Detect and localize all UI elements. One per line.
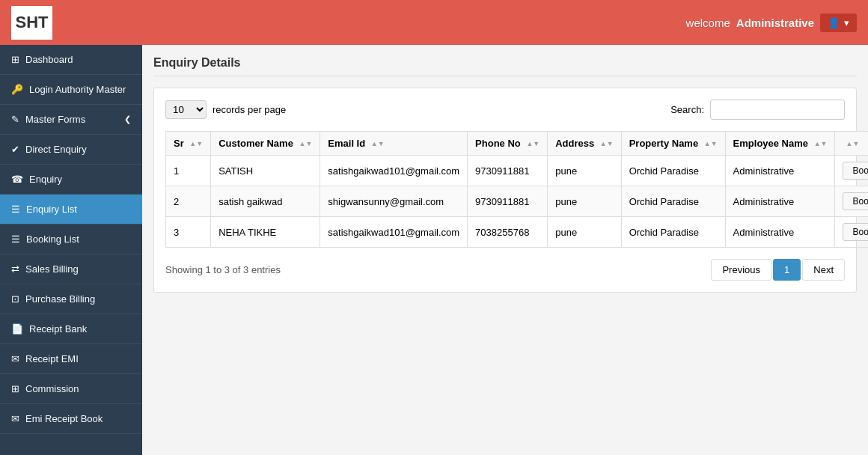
dropdown-arrow-icon: ▾ bbox=[844, 17, 849, 28]
pagination-bar: Showing 1 to 3 of 3 entries Previous 1 N… bbox=[165, 259, 845, 281]
col-customer-name[interactable]: Customer Name ▲▼ bbox=[211, 132, 320, 156]
per-page-label: records per page bbox=[213, 104, 286, 115]
sidebar-item-sales-billing[interactable]: ⇄ Sales Billing bbox=[0, 254, 142, 284]
receipt-emi-icon: ✉ bbox=[11, 353, 19, 364]
book-button[interactable]: Book bbox=[843, 192, 868, 210]
sidebar-item-label: Master Forms bbox=[25, 114, 85, 125]
table-row: 2 satish gaikwad shigwansunny@gmail.com … bbox=[166, 186, 869, 217]
sidebar-item-label: Emi Receipt Book bbox=[25, 413, 103, 424]
sidebar-item-commission[interactable]: ⊞ Commission bbox=[0, 374, 142, 404]
sidebar-item-label: Enquiry List bbox=[26, 204, 77, 215]
sidebar-item-booking-list[interactable]: ☰ Booking List bbox=[0, 225, 142, 254]
cell-property: Orchid Paradise bbox=[621, 186, 725, 217]
direct-enquiry-icon: ✔ bbox=[11, 144, 19, 155]
cell-phone: 9730911881 bbox=[468, 156, 548, 186]
logo: SHT bbox=[11, 6, 52, 40]
sidebar-item-receipt-emi[interactable]: ✉ Receipt EMI bbox=[0, 344, 142, 374]
search-bar: Search: bbox=[670, 100, 845, 120]
sidebar-item-label: Sales Billing bbox=[25, 263, 79, 275]
sidebar-item-label: Login Authority Master bbox=[29, 84, 126, 95]
content-card: 10 25 50 100 records per page Search: Sr bbox=[153, 88, 857, 293]
sidebar-item-dashboard[interactable]: ⊞ Dashboard bbox=[0, 45, 142, 75]
book-button[interactable]: Book bbox=[843, 223, 868, 241]
cell-sr: 2 bbox=[166, 186, 211, 217]
col-action: ▲▼ bbox=[835, 132, 868, 156]
search-label: Search: bbox=[670, 104, 704, 115]
search-input[interactable] bbox=[710, 100, 845, 120]
purchase-billing-icon: ⊡ bbox=[11, 293, 19, 305]
sidebar-item-label: Dashboard bbox=[25, 54, 73, 65]
sidebar-item-receipt-bank[interactable]: 📄 Receipt Bank bbox=[0, 314, 142, 344]
cell-action: Book bbox=[835, 217, 868, 248]
per-page-select[interactable]: 10 25 50 100 bbox=[165, 100, 207, 119]
cell-property: Orchid Paradise bbox=[621, 156, 725, 186]
cell-action: Book bbox=[835, 186, 868, 217]
book-button[interactable]: Book bbox=[843, 162, 868, 180]
sidebar-item-emi-receipt-book[interactable]: ✉ Emi Receipt Book bbox=[0, 404, 142, 434]
col-email-id[interactable]: Email Id ▲▼ bbox=[320, 132, 468, 156]
previous-button[interactable]: Previous bbox=[711, 259, 771, 281]
sales-billing-icon: ⇄ bbox=[11, 263, 19, 275]
sidebar-item-login-authority[interactable]: 🔑 Login Authority Master bbox=[0, 75, 142, 105]
sidebar-item-direct-enquiry[interactable]: ✔ Direct Enquiry bbox=[0, 135, 142, 165]
cell-customer-name: SATISH bbox=[211, 156, 320, 186]
receipt-bank-icon: 📄 bbox=[11, 323, 23, 335]
cell-sr: 3 bbox=[166, 217, 211, 248]
layout: ⊞ Dashboard 🔑 Login Authority Master ✎ M… bbox=[0, 45, 868, 455]
col-employee-name[interactable]: Employee Name ▲▼ bbox=[725, 132, 835, 156]
user-icon: 👤 bbox=[828, 17, 840, 28]
commission-icon: ⊞ bbox=[11, 383, 19, 394]
booking-list-icon: ☰ bbox=[11, 233, 20, 245]
next-button[interactable]: Next bbox=[802, 259, 845, 281]
sidebar-item-enquiry-list[interactable]: ☰ Enquiry List bbox=[0, 195, 142, 225]
login-icon: 🔑 bbox=[11, 84, 23, 95]
cell-address: pune bbox=[548, 156, 621, 186]
per-page-control: 10 25 50 100 records per page bbox=[165, 100, 286, 119]
cell-employee: Administrative bbox=[725, 217, 835, 248]
sidebar-item-enquiry[interactable]: ☎ Enquiry bbox=[0, 165, 142, 195]
sidebar-item-purchase-billing[interactable]: ⊡ Purchase Billing bbox=[0, 284, 142, 314]
cell-customer-name: NEHA TIKHE bbox=[211, 217, 320, 248]
col-sr[interactable]: Sr ▲▼ bbox=[166, 132, 211, 156]
sidebar-item-label: Enquiry bbox=[29, 174, 62, 185]
page-title: Enquiry Details bbox=[153, 56, 857, 76]
sidebar: ⊞ Dashboard 🔑 Login Authority Master ✎ M… bbox=[0, 45, 142, 455]
cell-sr: 1 bbox=[166, 156, 211, 186]
sidebar-item-master-forms[interactable]: ✎ Master Forms ❮ bbox=[0, 105, 142, 135]
cell-property: Orchid Paradise bbox=[621, 217, 725, 248]
logo-text: SHT bbox=[16, 13, 49, 32]
master-forms-icon: ✎ bbox=[11, 114, 19, 125]
chevron-icon: ❮ bbox=[124, 114, 131, 124]
emi-receipt-icon: ✉ bbox=[11, 413, 19, 424]
main-content: Enquiry Details 10 25 50 100 records per… bbox=[142, 45, 868, 455]
dashboard-icon: ⊞ bbox=[11, 54, 19, 65]
page-1-button[interactable]: 1 bbox=[773, 259, 801, 281]
sidebar-item-label: Direct Enquiry bbox=[25, 144, 87, 155]
table-row: 1 SATISH satishgaikwad101@gmail.com 9730… bbox=[166, 156, 869, 186]
col-address[interactable]: Address ▲▼ bbox=[548, 132, 621, 156]
welcome-label: welcome bbox=[686, 16, 730, 29]
enquiry-icon: ☎ bbox=[11, 174, 23, 185]
cell-email: shigwansunny@gmail.com bbox=[320, 186, 468, 217]
header: SHT welcomeAdministrative 👤 ▾ bbox=[0, 0, 868, 45]
table-row: 3 NEHA TIKHE satishgaikwad101@gmail.com … bbox=[166, 217, 869, 248]
sidebar-item-label: Commission bbox=[25, 383, 79, 394]
enquiry-table: Sr ▲▼ Customer Name ▲▼ Email Id ▲▼ Phone… bbox=[165, 131, 868, 248]
cell-employee: Administrative bbox=[725, 186, 835, 217]
cell-email: satishgaikwad101@gmail.com bbox=[320, 156, 468, 186]
sidebar-item-label: Receipt EMI bbox=[25, 353, 79, 364]
cell-address: pune bbox=[548, 186, 621, 217]
pagination-info: Showing 1 to 3 of 3 entries bbox=[165, 264, 281, 275]
col-phone-no[interactable]: Phone No ▲▼ bbox=[468, 132, 548, 156]
sidebar-item-label: Purchase Billing bbox=[25, 293, 95, 305]
enquiry-list-icon: ☰ bbox=[11, 204, 20, 215]
cell-phone: 9730911881 bbox=[468, 186, 548, 217]
cell-address: pune bbox=[548, 217, 621, 248]
pagination-controls: Previous 1 Next bbox=[711, 259, 845, 281]
col-property-name[interactable]: Property Name ▲▼ bbox=[621, 132, 725, 156]
sidebar-item-label: Receipt Bank bbox=[29, 323, 87, 335]
controls-bar: 10 25 50 100 records per page Search: bbox=[165, 100, 845, 120]
user-dropdown-button[interactable]: 👤 ▾ bbox=[820, 13, 857, 32]
cell-employee: Administrative bbox=[725, 156, 835, 186]
username: Administrative bbox=[736, 16, 814, 29]
